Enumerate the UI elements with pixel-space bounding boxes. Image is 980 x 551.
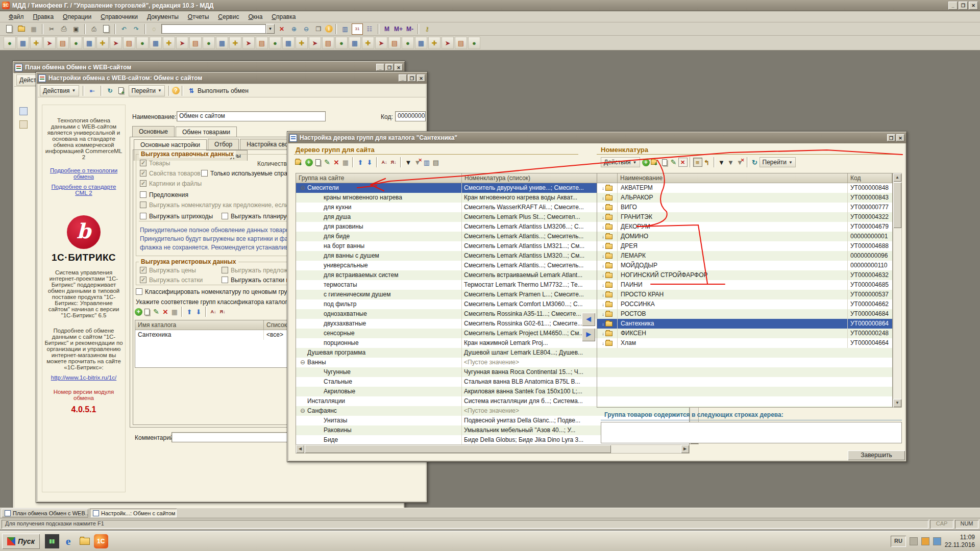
memory-button[interactable]: М-	[404, 24, 415, 34]
commission-icon[interactable]	[388, 37, 401, 49]
nomenclature-row[interactable]: ↓ ДЕКОРУМ УТ000004679	[597, 222, 892, 232]
sort-desc-icon[interactable]: Я↓	[389, 158, 398, 167]
catalog-icon[interactable]	[110, 37, 122, 49]
add-group-icon[interactable]: +	[651, 158, 660, 167]
move-down-icon[interactable]	[365, 158, 374, 167]
chart-icon[interactable]	[455, 37, 467, 49]
zoom-in-icon[interactable]: ⊕	[288, 23, 300, 35]
start-button[interactable]: Пуск	[2, 534, 40, 549]
collapse-icon[interactable]: ⊖	[300, 406, 307, 415]
table-icon[interactable]	[339, 23, 351, 35]
refresh-icon[interactable]	[750, 158, 760, 167]
cml-info-link[interactable]: Подробнее о стандарте CML 2	[44, 184, 123, 196]
tech-info-link[interactable]: Подробнее о технологии обмена	[44, 167, 123, 180]
nomenclature-row[interactable]: ↓ Сантехника УТ000000864	[597, 319, 892, 329]
toolbar-icon[interactable]	[19, 120, 28, 129]
nomenclature-row[interactable]: ↓ РОССИНКА УТ000004662	[597, 299, 892, 309]
collapse-icon[interactable]: ⊖	[300, 183, 307, 192]
nomenclature-row[interactable]: ↓ ФИКСЕН УТ000000248	[597, 329, 892, 338]
offers-checkbox[interactable]: Предложения	[140, 191, 188, 198]
minimize-button[interactable]: _	[376, 64, 384, 71]
menu-item[interactable]: Операции	[58, 12, 96, 22]
help-icon[interactable]: ?	[172, 87, 180, 94]
menu-item[interactable]: Отчеты	[183, 12, 214, 22]
copy-icon[interactable]	[58, 23, 69, 35]
return-icon[interactable]	[375, 37, 387, 49]
scroll-left-icon[interactable]: ◀	[296, 445, 304, 453]
move-up-icon[interactable]	[356, 158, 365, 167]
save-icon[interactable]	[170, 307, 179, 316]
maximize-button[interactable]: ❐	[408, 74, 416, 82]
calendar-icon[interactable]: 31	[352, 23, 363, 35]
clear-search-icon[interactable]	[276, 23, 287, 35]
sort-asc-icon[interactable]: А↓	[380, 158, 389, 167]
filter-icon[interactable]	[404, 158, 413, 167]
window-button[interactable]: Настройк...: Обмен с сайтом	[90, 509, 177, 517]
users-icon[interactable]: ☷	[364, 23, 375, 35]
collapse-icon[interactable]: ⊖	[300, 358, 307, 367]
tree-hscrollbar[interactable]: ◀ ▶	[296, 444, 690, 454]
internet-explorer-icon[interactable]: e	[61, 534, 76, 548]
refresh-icon[interactable]	[105, 85, 116, 96]
move-left-button[interactable]: ◀	[582, 313, 595, 326]
transfer-icon[interactable]	[335, 37, 348, 49]
stock-icon[interactable]	[163, 37, 175, 49]
finish-setup-button[interactable]: Завершить настройку	[848, 450, 905, 460]
exchange-icon[interactable]	[4, 37, 16, 49]
preview-icon[interactable]	[101, 23, 112, 35]
add-icon[interactable]: +	[305, 159, 313, 166]
parent-folder-icon[interactable]	[702, 158, 712, 167]
products-checkbox[interactable]: ✓Товары	[140, 160, 170, 167]
nomenclature-row[interactable]: ↓ АЛЬРАКОР УТ000000843	[597, 193, 892, 203]
purchase-icon[interactable]	[150, 37, 162, 49]
money-icon[interactable]	[176, 37, 188, 49]
sort-asc-icon[interactable]: А↓	[209, 307, 218, 316]
menu-item[interactable]: Файл	[4, 12, 29, 22]
planning-icon[interactable]	[282, 37, 295, 49]
payment-icon[interactable]	[256, 37, 268, 49]
scroll-down-icon[interactable]: ▼	[893, 399, 901, 407]
scroll-right-icon[interactable]: ▶	[681, 445, 689, 453]
column-header[interactable]: Код	[848, 173, 892, 183]
service-icon[interactable]	[468, 37, 480, 49]
run-exchange-button[interactable]: Выполнить обмен	[198, 87, 249, 94]
search-icon[interactable]: ◌	[149, 23, 160, 35]
nomenclature-row[interactable]: ↓ ДОМИНО 00000000001	[597, 232, 892, 241]
window-button[interactable]: План обмена Обмен с WEB...	[2, 509, 88, 517]
goto-menu[interactable]: Перейти▼	[760, 157, 796, 167]
actions-menu[interactable]: Действия▼	[40, 85, 79, 96]
journal-icon[interactable]	[43, 37, 56, 49]
maximize-button[interactable]: ❐	[385, 64, 394, 71]
save-icon[interactable]	[28, 23, 39, 35]
nomenclature-row[interactable]: ↓ РОСТОВ УТ000004684	[597, 309, 892, 319]
maximize-button[interactable]: ❐	[959, 2, 968, 10]
tab[interactable]: Основные	[132, 126, 175, 137]
warehouse-icon[interactable]	[322, 37, 334, 49]
nomenclature-row[interactable]: ↓ МОЙДОДЫР 00000000110	[597, 261, 892, 270]
search-input[interactable]	[161, 24, 266, 34]
counterparty-icon[interactable]	[57, 37, 69, 49]
save-icon[interactable]	[341, 158, 350, 167]
move-right-button[interactable]: ▶	[582, 328, 595, 341]
retail-icon[interactable]	[189, 37, 202, 49]
add-icon[interactable]: +	[135, 308, 142, 316]
column-header[interactable]: Группа на сайте	[296, 173, 462, 183]
nomenclature-row[interactable]: ↓ АКВАТЕРМ УТ000000848	[597, 183, 892, 193]
sale-icon[interactable]	[136, 37, 149, 49]
nomenclature-row[interactable]: ↓ Хлам УТ000004664	[597, 338, 892, 348]
customer-icon[interactable]	[229, 37, 241, 49]
web-icon[interactable]	[428, 37, 440, 49]
edit-icon[interactable]	[669, 158, 678, 167]
tray-icon[interactable]	[921, 537, 929, 545]
close-button[interactable]: ✕	[969, 2, 978, 10]
subtab[interactable]: Основные настройки	[134, 139, 207, 151]
menu-item[interactable]: Правка	[29, 12, 59, 22]
price-icon[interactable]	[70, 37, 82, 49]
sort-desc-icon[interactable]: Я↓	[218, 307, 227, 316]
discount-icon[interactable]	[203, 37, 215, 49]
1c-shortcut-icon[interactable]: 1С	[94, 534, 108, 548]
explorer-folder-icon[interactable]	[78, 534, 92, 548]
column-header[interactable]: Наименование	[618, 173, 848, 183]
settings-icon[interactable]	[96, 37, 109, 49]
code-field[interactable]: 000000003	[395, 111, 426, 121]
